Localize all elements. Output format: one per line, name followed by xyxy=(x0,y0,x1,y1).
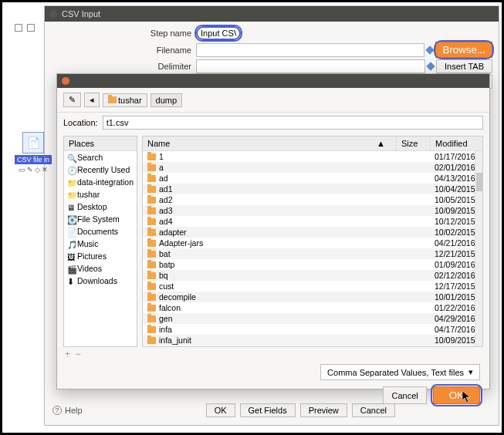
write-icon[interactable]: ✎ xyxy=(63,93,81,107)
variable-icon[interactable] xyxy=(426,46,435,54)
folder-icon xyxy=(147,240,156,247)
file-row[interactable]: batp01/09/2016 xyxy=(143,259,482,270)
delimiter-label: Delimiter xyxy=(51,62,196,71)
folder-icon xyxy=(147,272,156,279)
places-item[interactable]: 🖼Pictures xyxy=(64,250,137,262)
chevron-down-icon: ▾ xyxy=(468,367,473,377)
step-name-input[interactable] xyxy=(196,26,241,40)
place-icon: 🎬 xyxy=(67,265,75,272)
location-input[interactable] xyxy=(103,116,483,130)
file-list-panel: Name ▲ Size Modified 101/17/2016a02/01/2… xyxy=(142,136,483,347)
file-row[interactable]: infa04/17/2016 xyxy=(143,324,482,335)
folder-icon xyxy=(147,315,156,322)
fd-titlebar xyxy=(57,74,489,88)
folder-icon xyxy=(147,186,156,193)
place-icon: 🕘 xyxy=(67,166,75,174)
folder-icon xyxy=(147,337,156,344)
back-button[interactable]: ◂ xyxy=(84,93,100,107)
file-row[interactable]: decompile10/01/2015 xyxy=(143,292,482,302)
sort-asc-icon: ▲ xyxy=(377,139,391,148)
file-row[interactable]: bq02/12/2016 xyxy=(143,270,482,281)
folder-icon xyxy=(108,96,117,103)
filter-label: Comma Separated Values, Text files xyxy=(327,368,464,377)
folder-icon xyxy=(147,164,156,171)
col-modified-header[interactable]: Modified xyxy=(430,137,482,150)
file-filter-combo[interactable]: Comma Separated Values, Text files ▾ xyxy=(320,364,480,380)
places-item[interactable]: 🎬Videos xyxy=(64,262,137,275)
places-item[interactable]: 🖥Desktop xyxy=(64,201,137,213)
toolbar-stub xyxy=(15,24,38,35)
file-row[interactable]: infa_junit10/09/2015 xyxy=(143,335,482,346)
place-icon: ⬇ xyxy=(67,277,75,285)
places-header: Places xyxy=(64,137,137,151)
csv-titlebar: CSV Input xyxy=(45,6,499,22)
csv-step-icon: 📄 xyxy=(22,132,44,153)
places-item[interactable]: 🔍Search xyxy=(64,151,137,164)
fd-cancel-button[interactable]: Cancel xyxy=(383,386,426,404)
places-item[interactable]: 🎵Music xyxy=(64,238,137,250)
insert-tab-button[interactable]: Insert TAB xyxy=(436,59,492,73)
folder-icon xyxy=(147,207,156,214)
places-item[interactable]: 💽File System xyxy=(64,213,137,225)
folder-icon xyxy=(147,229,156,236)
folder-icon xyxy=(147,326,156,333)
file-row[interactable]: Adapter-jars04/21/2016 xyxy=(143,238,482,248)
file-row[interactable]: gen04/29/2016 xyxy=(143,313,482,324)
browse-button[interactable]: Browse... xyxy=(435,42,492,58)
place-icon: 📄 xyxy=(67,228,75,235)
place-icon: 💽 xyxy=(67,215,75,223)
folder-icon xyxy=(147,153,156,160)
file-row[interactable]: ad110/04/2015 xyxy=(143,184,482,194)
close-icon[interactable] xyxy=(62,77,69,85)
file-row[interactable]: 101/17/2016 xyxy=(143,151,482,162)
scrollbar[interactable] xyxy=(475,151,482,346)
file-chooser-dialog: ✎ ◂ tushar dump Location: Places 🔍Search… xyxy=(56,73,490,389)
filename-input[interactable] xyxy=(196,43,425,57)
file-row[interactable]: falcon01/22/2016 xyxy=(143,302,482,313)
places-panel: Places 🔍Search🕘Recently Used📁data-integr… xyxy=(63,136,137,347)
folder-icon xyxy=(147,305,156,312)
places-item[interactable]: 📁tushar xyxy=(64,188,137,201)
close-icon[interactable] xyxy=(49,10,57,18)
places-item[interactable]: 📁data-integration xyxy=(64,176,137,188)
folder-icon xyxy=(147,261,156,268)
delimiter-input[interactable] xyxy=(196,59,425,73)
places-item[interactable]: ⬇Downloads xyxy=(64,275,137,287)
folder-icon xyxy=(147,218,156,225)
node-toolbar: ▭✎◇✕ xyxy=(15,166,52,174)
file-row[interactable]: ad410/12/2015 xyxy=(143,216,482,227)
file-row[interactable]: a02/01/2016 xyxy=(143,162,482,173)
file-row[interactable]: ad210/05/2015 xyxy=(143,194,482,205)
file-row[interactable]: ad310/09/2015 xyxy=(143,205,482,216)
place-icon: 🖥 xyxy=(67,203,75,211)
location-row: Location: xyxy=(57,113,489,133)
col-name-header[interactable]: Name ▲ xyxy=(143,137,396,150)
fd-ok-button[interactable]: OK xyxy=(433,386,480,404)
csv-title: CSV Input xyxy=(62,9,100,19)
file-row[interactable]: cust12/17/2015 xyxy=(143,281,482,292)
location-label: Location: xyxy=(63,118,98,127)
folder-icon xyxy=(147,251,156,258)
variable-icon[interactable] xyxy=(426,62,435,70)
crumb-dump[interactable]: dump xyxy=(151,93,183,107)
bookmark-buttons[interactable]: + − xyxy=(57,347,489,361)
folder-icon xyxy=(147,283,156,290)
crumb-tushar[interactable]: tushar xyxy=(103,93,147,107)
col-size-header[interactable]: Size xyxy=(396,137,430,150)
place-icon: 🔍 xyxy=(67,153,75,161)
step-name-label: Step name xyxy=(51,29,196,38)
place-icon: 📁 xyxy=(67,191,75,198)
file-row[interactable]: ad04/13/2016 xyxy=(143,173,482,184)
file-row[interactable]: bat12/21/2015 xyxy=(143,248,482,259)
folder-icon xyxy=(147,294,156,301)
csv-step-label: CSV file in xyxy=(15,155,52,164)
place-icon: 🖼 xyxy=(67,252,75,260)
places-item[interactable]: 📄Documents xyxy=(64,225,137,238)
places-item[interactable]: 🕘Recently Used xyxy=(64,164,137,176)
filename-label: Filename xyxy=(51,46,196,55)
file-row[interactable]: adapter10/02/2015 xyxy=(143,227,482,238)
folder-icon xyxy=(147,175,156,182)
place-icon: 📁 xyxy=(67,178,75,186)
fd-toolbar: ✎ ◂ tushar dump xyxy=(57,88,489,113)
csv-step-node[interactable]: 📄 CSV file in ▭✎◇✕ xyxy=(15,132,52,174)
